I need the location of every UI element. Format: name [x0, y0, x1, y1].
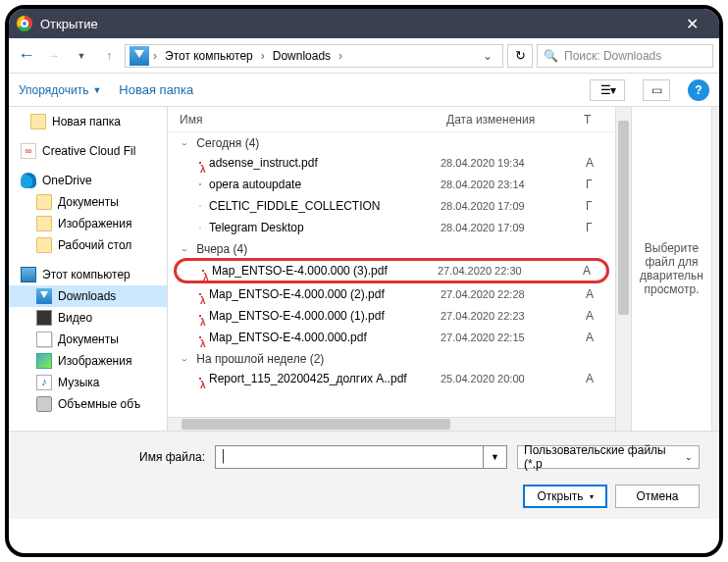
- filename-dropdown[interactable]: ▼: [484, 445, 507, 469]
- file-name: Map_ENTSO-E-4.000.000 (2).pdf: [209, 287, 433, 301]
- file-row[interactable]: Map_ENTSO-E-4.000.000 (2).pdf27.04.2020 …: [168, 283, 615, 305]
- sidebar-item[interactable]: Рабочий стол: [9, 234, 167, 256]
- file-row[interactable]: Map_ENTSO-E-4.000.000 (1).pdf27.04.2020 …: [168, 305, 615, 327]
- sidebar-item-label: Изображения: [58, 217, 131, 230]
- sidebar-item-label: Видео: [58, 311, 92, 325]
- file-row[interactable]: Report_115_20200425_долгих А..pdf25.04.2…: [168, 368, 615, 389]
- sidebar-item[interactable]: Музыка: [9, 372, 167, 393]
- file-date: 28.04.2020 17:09: [441, 200, 578, 212]
- sidebar-item-label: Документы: [58, 332, 119, 346]
- file-row[interactable]: CELTIC_FIDDLE_COLLECTION28.04.2020 17:09…: [168, 195, 615, 217]
- sidebar: Новая папкаCreative Cloud FilOneDriveДок…: [9, 107, 168, 431]
- file-row[interactable]: Map_ENTSO-E-4.000.000 (3).pdf27.04.2020 …: [174, 258, 609, 283]
- organize-menu[interactable]: Упорядочить▼: [19, 83, 101, 97]
- chevron-down-icon: ⌄: [180, 355, 189, 363]
- file-list: Имя Дата изменения Т ⌄ Сегодня (4)adsens…: [168, 107, 615, 431]
- vertical-scrollbar[interactable]: [615, 107, 631, 431]
- sidebar-item[interactable]: Новая папка: [9, 111, 167, 132]
- footer: Имя файла: ▼ Пользовательские файлы (*.p…: [9, 431, 719, 519]
- breadcrumb-dropdown[interactable]: ⌄: [477, 49, 498, 63]
- search-input[interactable]: 🔍 Поиск: Downloads: [537, 44, 713, 68]
- column-headers[interactable]: Имя Дата изменения Т: [168, 107, 615, 132]
- up-button[interactable]: ↑: [97, 44, 121, 68]
- sidebar-item[interactable]: OneDrive: [9, 170, 167, 191]
- file-row[interactable]: adsense_instruct.pdf28.04.2020 19:34A: [168, 152, 615, 174]
- pc-icon: [21, 267, 36, 282]
- file-type: A: [586, 309, 603, 323]
- sidebar-item-label: Этот компьютер: [42, 268, 130, 281]
- file-name: Map_ENTSO-E-4.000.000 (3).pdf: [212, 264, 430, 278]
- sidebar-item[interactable]: Creative Cloud Fil: [9, 140, 167, 162]
- sidebar-item-label: OneDrive: [42, 174, 92, 187]
- docs-icon: [36, 332, 52, 347]
- group-header[interactable]: ⌄ Сегодня (4): [168, 132, 615, 152]
- file-date: 27.04.2020 22:28: [441, 288, 578, 300]
- sidebar-item[interactable]: Видео: [9, 307, 167, 329]
- col-type[interactable]: Т: [584, 113, 603, 127]
- downloads-icon: [130, 46, 149, 66]
- file-type: A: [586, 331, 603, 344]
- disk-icon: [36, 396, 52, 412]
- file-row[interactable]: Telegram Desktop28.04.2020 17:09Г: [168, 217, 615, 238]
- filename-label: Имя файла:: [28, 450, 205, 464]
- file-date: 28.04.2020 19:34: [441, 157, 578, 169]
- sidebar-item-label: Downloads: [58, 289, 116, 303]
- sidebar-item-label: Музыка: [58, 376, 99, 389]
- filetype-select[interactable]: Пользовательские файлы (*.p⌄: [517, 445, 700, 469]
- file-row[interactable]: opera autoupdate28.04.2020 23:14Г: [168, 174, 615, 195]
- view-mode-button[interactable]: ☰▾: [590, 79, 625, 101]
- window-title: Открытие: [40, 17, 672, 31]
- back-button[interactable]: ←: [15, 44, 38, 68]
- outer-scrollbar[interactable]: [711, 107, 719, 431]
- file-name: Map_ENTSO-E-4.000.000.pdf: [209, 331, 433, 344]
- folder-icon: [199, 205, 201, 207]
- sidebar-item[interactable]: Документы: [9, 329, 167, 350]
- file-date: 25.04.2020 20:00: [441, 373, 578, 384]
- close-button[interactable]: ✕: [672, 15, 711, 33]
- onedrive-icon: [21, 173, 36, 188]
- pics-icon: [36, 353, 52, 369]
- sidebar-item[interactable]: Документы: [9, 191, 167, 213]
- file-row[interactable]: Map_ENTSO-E-4.000.000.pdf27.04.2020 22:1…: [168, 327, 615, 348]
- sidebar-item[interactable]: Downloads: [9, 285, 167, 307]
- file-type: A: [586, 287, 603, 301]
- refresh-button[interactable]: ↻: [507, 44, 533, 68]
- col-date[interactable]: Дата изменения: [446, 113, 584, 127]
- chevron-right-icon: ›: [151, 49, 159, 63]
- file-type: A: [586, 156, 603, 170]
- file-date: 27.04.2020 22:30: [438, 265, 575, 277]
- pdf-icon: [202, 270, 204, 272]
- cancel-button[interactable]: Отмена: [615, 485, 700, 508]
- breadcrumb[interactable]: › Этот компьютер › Downloads › ⌄: [125, 44, 503, 68]
- folder-icon: [36, 237, 52, 253]
- crumb-pc[interactable]: Этот компьютер: [161, 49, 257, 63]
- filename-input[interactable]: [215, 445, 484, 469]
- file-type: Г: [586, 221, 603, 234]
- pdf-icon: [199, 336, 201, 338]
- cc-icon: [21, 143, 36, 159]
- group-header[interactable]: ⌄ На прошлой неделе (2): [168, 348, 615, 368]
- chevron-down-icon: ⌄: [180, 245, 189, 253]
- forward-button[interactable]: →: [42, 44, 66, 68]
- file-type: A: [583, 264, 600, 278]
- sidebar-item[interactable]: Изображения: [9, 350, 167, 372]
- new-folder-button[interactable]: Новая папка: [119, 82, 193, 97]
- sidebar-item[interactable]: Изображения: [9, 213, 167, 234]
- file-type: A: [586, 372, 603, 385]
- sidebar-item-label: Документы: [58, 195, 119, 209]
- preview-pane: Выберите файл для дварительн просмотр.: [631, 107, 711, 431]
- crumb-downloads[interactable]: Downloads: [269, 49, 335, 63]
- help-button[interactable]: ?: [688, 79, 709, 101]
- preview-pane-button[interactable]: ▭: [643, 79, 670, 101]
- file-name: Report_115_20200425_долгих А..pdf: [209, 372, 433, 385]
- chrome-icon: [17, 16, 32, 31]
- sidebar-item[interactable]: Объемные объ: [9, 393, 167, 415]
- col-name[interactable]: Имя: [180, 113, 446, 127]
- file-name: Map_ENTSO-E-4.000.000 (1).pdf: [209, 309, 433, 323]
- group-header[interactable]: ⌄ Вчера (4): [168, 238, 615, 258]
- recent-dropdown[interactable]: ▼: [70, 44, 93, 68]
- chevron-down-icon: ⌄: [180, 139, 189, 147]
- sidebar-item[interactable]: Этот компьютер: [9, 264, 167, 285]
- open-button[interactable]: Открыть▾: [523, 485, 607, 508]
- horizontal-scrollbar[interactable]: [168, 417, 615, 431]
